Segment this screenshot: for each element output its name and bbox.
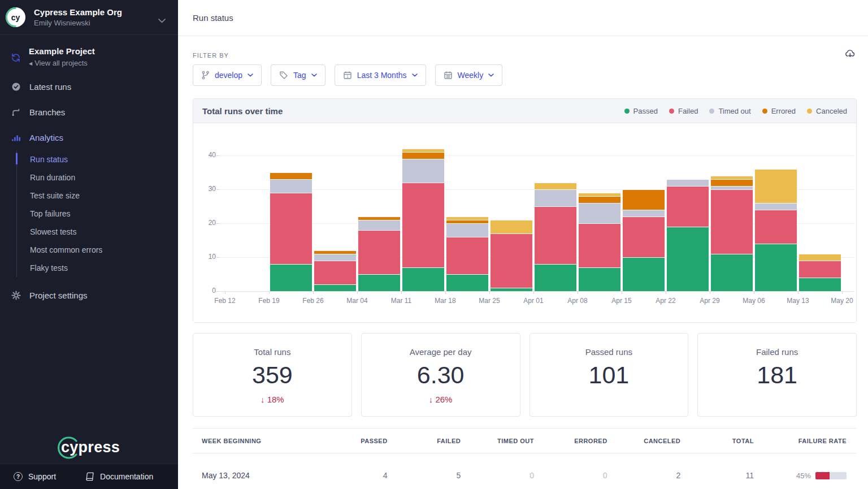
bar-segment-failed[interactable]: [270, 193, 313, 264]
sidebar-item-slowest-tests[interactable]: Slowest tests: [30, 223, 178, 241]
sidebar-item-latest-runs[interactable]: Latest runs: [0, 74, 178, 99]
cell-week-beginning: May 13, 2024: [202, 471, 314, 480]
legend-label: Errored: [771, 107, 796, 115]
sidebar-item-project-settings[interactable]: Project settings: [0, 283, 178, 308]
x-axis-label: Mar 11: [391, 297, 411, 305]
bar-segment-passed[interactable]: [314, 284, 357, 291]
bar-segment-canceled[interactable]: [490, 220, 533, 233]
branch-filter-button[interactable]: develop: [193, 64, 262, 86]
x-tick: [578, 291, 578, 294]
bar-segment-failed[interactable]: [666, 186, 709, 227]
support-link[interactable]: ? Support: [14, 472, 56, 481]
bar-segment-passed[interactable]: [446, 274, 489, 291]
bar-segment-timed-out[interactable]: [314, 254, 357, 261]
bar-segment-passed[interactable]: [578, 267, 621, 291]
legend-item-passed: Passed: [624, 107, 658, 115]
bar-segment-failed[interactable]: [402, 183, 445, 267]
x-tick: [622, 291, 622, 294]
bar-segment-timed-out[interactable]: [754, 203, 797, 210]
org-name: Cypress Example Org: [34, 7, 122, 18]
sidebar-item-run-status[interactable]: Run status: [30, 150, 178, 168]
cell-failure-rate: 45%: [754, 471, 847, 480]
bar-segment-timed-out[interactable]: [358, 220, 401, 230]
bar-segment-passed[interactable]: [358, 274, 401, 291]
bar-segment-failed[interactable]: [798, 261, 841, 278]
bar-segment-passed[interactable]: [534, 264, 577, 291]
bar-segment-failed[interactable]: [446, 237, 489, 274]
project-name: Example Project: [29, 46, 95, 56]
y-tick: [216, 291, 220, 292]
y-tick: [216, 257, 220, 258]
bar-segment-passed[interactable]: [402, 267, 445, 291]
bar-segment-failed[interactable]: [490, 233, 533, 288]
bar-segment-errored[interactable]: [402, 152, 445, 159]
stat-label: Average per day: [362, 347, 520, 357]
stat-label: Total runs: [193, 347, 351, 357]
org-switcher[interactable]: cy Cypress Example Org Emily Wisniewski: [0, 0, 178, 35]
bar-may-06: [754, 169, 797, 291]
sidebar-item-analytics[interactable]: Analytics: [0, 125, 178, 150]
bar-segment-timed-out[interactable]: [622, 210, 665, 217]
sidebar-item-flaky-tests[interactable]: Flaky tests: [30, 259, 178, 277]
x-axis-label: Feb 19: [258, 297, 279, 305]
sidebar-item-run-duration[interactable]: Run duration: [30, 168, 178, 187]
bar-segment-failed[interactable]: [314, 261, 357, 284]
cloud-download-icon: [845, 49, 856, 58]
documentation-link[interactable]: Documentation: [85, 472, 153, 481]
bar-segment-errored[interactable]: [578, 196, 621, 203]
interval-filter-button[interactable]: Weekly: [435, 64, 503, 86]
branches-icon: [11, 107, 21, 117]
bar-segment-canceled[interactable]: [754, 169, 797, 203]
column-header-canceled: CANCELED: [607, 438, 681, 444]
stat-value: 359: [193, 362, 351, 388]
svg-text:1: 1: [346, 75, 349, 79]
bar-segment-timed-out[interactable]: [270, 179, 313, 193]
bar-segment-timed-out[interactable]: [534, 189, 577, 206]
bar-segment-passed[interactable]: [666, 227, 709, 291]
bar-feb-19: [270, 172, 313, 291]
bar-segment-errored[interactable]: [622, 189, 665, 210]
table-header-row: WEEK BEGINNINGPASSEDFAILEDTIMED OUTERROR…: [193, 429, 857, 453]
bar-segment-passed[interactable]: [710, 254, 753, 291]
bar-segment-passed[interactable]: [622, 257, 665, 291]
bar-mar-11: [402, 149, 445, 291]
bar-segment-failed[interactable]: [710, 189, 753, 254]
bar-segment-passed[interactable]: [270, 264, 313, 291]
bar-segment-failed[interactable]: [358, 230, 401, 274]
bar-segment-timed-out[interactable]: [402, 159, 445, 183]
sidebar-item-most-common-errors[interactable]: Most common errors: [30, 241, 178, 259]
bar-segment-errored[interactable]: [710, 179, 753, 186]
tag-filter-button[interactable]: Tag: [271, 64, 326, 86]
bar-segment-timed-out[interactable]: [578, 203, 621, 223]
bar-segment-failed[interactable]: [534, 206, 577, 264]
download-button[interactable]: [845, 49, 856, 60]
bar-segment-timed-out[interactable]: [666, 179, 709, 186]
column-header-week-beginning: WEEK BEGINNING: [202, 438, 314, 444]
bar-segment-failed[interactable]: [622, 217, 665, 257]
bar-segment-passed[interactable]: [490, 288, 533, 291]
table-row: May 13, 2024450021145%: [193, 453, 857, 489]
x-tick: [798, 291, 798, 294]
x-axis-label: Feb 26: [302, 297, 323, 305]
bar-segment-passed[interactable]: [754, 244, 797, 291]
sidebar-item-top-failures[interactable]: Top failures: [30, 205, 178, 223]
bar-segment-failed[interactable]: [754, 210, 797, 244]
bar-segment-canceled[interactable]: [798, 254, 841, 261]
cypress-arc-icon: [54, 435, 80, 461]
bar-segment-failed[interactable]: [578, 223, 621, 267]
x-tick: [313, 291, 314, 294]
stat-card-total-runs: Total runs359↓ 18%: [193, 333, 352, 417]
bar-segment-passed[interactable]: [798, 278, 841, 291]
stat-card-average-per-day: Average per day6.30↓ 26%: [361, 333, 520, 417]
column-header-passed: PASSED: [314, 438, 388, 444]
total-runs-panel: Total runs over time PassedFailedTimed o…: [193, 98, 857, 323]
bar-segment-canceled[interactable]: [534, 183, 577, 189]
sidebar-item-test-suite-size[interactable]: Test suite size: [30, 187, 178, 205]
date-range-filter-button[interactable]: 1 Last 3 Months: [335, 64, 426, 86]
view-all-projects-link[interactable]: ◀View all projects: [29, 59, 95, 67]
bar-segment-timed-out[interactable]: [446, 223, 489, 237]
column-header-timed-out: TIMED OUT: [461, 438, 534, 444]
bar-segment-errored[interactable]: [270, 172, 313, 179]
sidebar-item-branches[interactable]: Branches: [0, 99, 178, 125]
legend-dot: [669, 109, 674, 114]
